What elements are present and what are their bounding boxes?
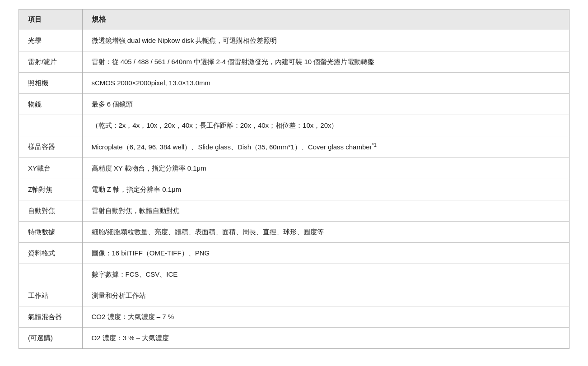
table-row: (可選購)O2 濃度：3 % – 大氣濃度 xyxy=(19,328,569,349)
row-value: CO2 濃度：大氣濃度 – 7 % xyxy=(82,306,569,328)
row-value: 數字數據：FCS、CSV、ICE xyxy=(82,264,569,285)
row-label: 氣體混合器 xyxy=(19,306,82,328)
row-label: XY載台 xyxy=(19,158,82,179)
row-value: 高精度 XY 載物台，指定分辨率 0.1μm xyxy=(82,158,569,179)
row-value: 細胞/細胞顆粒數量、亮度、體積、表面積、面積、周長、直徑、球形、圓度等 xyxy=(82,222,569,243)
row-label: 物鏡 xyxy=(19,94,82,115)
row-label: 自動對焦 xyxy=(19,200,82,222)
row-value: sCMOS 2000×2000pixel, 13.0×13.0mm xyxy=(82,73,569,94)
row-label: 工作站 xyxy=(19,285,82,306)
table-row: 樣品容器Microplate（6, 24, 96, 384 well）、Slid… xyxy=(19,136,569,158)
table-row: 氣體混合器CO2 濃度：大氣濃度 – 7 % xyxy=(19,306,569,328)
table-row: Z軸對焦電動 Z 軸，指定分辨率 0.1μm xyxy=(19,179,569,200)
table-row: 特徵數據細胞/細胞顆粒數量、亮度、體積、表面積、面積、周長、直徑、球形、圓度等 xyxy=(19,222,569,243)
row-value: 微透鏡增強 dual wide Nipkow disk 共軛焦，可選購相位差照明 xyxy=(82,30,569,51)
table-row: 物鏡最多 6 個鏡頭 xyxy=(19,94,569,115)
row-value: 電動 Z 軸，指定分辨率 0.1μm xyxy=(82,179,569,200)
row-value: 圖像：16 bitTIFF（OME-TIFF）、PNG xyxy=(82,243,569,264)
row-value: （乾式：2x，4x，10x，20x，40x；長工作距離：20x，40x；相位差：… xyxy=(82,115,569,136)
row-label: 光學 xyxy=(19,30,82,51)
table-row: 照相機sCMOS 2000×2000pixel, 13.0×13.0mm xyxy=(19,73,569,94)
row-value: 最多 6 個鏡頭 xyxy=(82,94,569,115)
row-value: Microplate（6, 24, 96, 384 well）、Slide gl… xyxy=(82,136,569,158)
specs-table: 項目 規格 光學微透鏡增強 dual wide Nipkow disk 共軛焦，… xyxy=(19,9,569,348)
superscript: *1 xyxy=(372,142,377,148)
row-label: 照相機 xyxy=(19,73,82,94)
row-label: 資料格式 xyxy=(19,243,82,264)
specs-table-container: 項目 規格 光學微透鏡增強 dual wide Nipkow disk 共軛焦，… xyxy=(19,9,569,349)
table-row: XY載台高精度 XY 載物台，指定分辨率 0.1μm xyxy=(19,158,569,179)
row-label xyxy=(19,115,82,136)
row-value: 雷射自動對焦，軟體自動對焦 xyxy=(82,200,569,222)
table-header-row: 項目 規格 xyxy=(19,9,569,30)
row-label: 特徵數據 xyxy=(19,222,82,243)
header-col2: 規格 xyxy=(82,9,569,30)
table-row: 雷射/濾片雷射：從 405 / 488 / 561 / 640nm 中選擇 2-… xyxy=(19,51,569,73)
row-value: 雷射：從 405 / 488 / 561 / 640nm 中選擇 2-4 個雷射… xyxy=(82,51,569,73)
row-label: Z軸對焦 xyxy=(19,179,82,200)
row-label: 雷射/濾片 xyxy=(19,51,82,73)
row-label xyxy=(19,264,82,285)
table-row: 自動對焦雷射自動對焦，軟體自動對焦 xyxy=(19,200,569,222)
row-label: (可選購) xyxy=(19,328,82,349)
table-row: 資料格式圖像：16 bitTIFF（OME-TIFF）、PNG xyxy=(19,243,569,264)
row-value: 測量和分析工作站 xyxy=(82,285,569,306)
header-col1: 項目 xyxy=(19,9,82,30)
table-row: 光學微透鏡增強 dual wide Nipkow disk 共軛焦，可選購相位差… xyxy=(19,30,569,51)
table-row: 數字數據：FCS、CSV、ICE xyxy=(19,264,569,285)
row-value: O2 濃度：3 % – 大氣濃度 xyxy=(82,328,569,349)
table-row: 工作站測量和分析工作站 xyxy=(19,285,569,306)
table-row: （乾式：2x，4x，10x，20x，40x；長工作距離：20x，40x；相位差：… xyxy=(19,115,569,136)
row-label: 樣品容器 xyxy=(19,136,82,158)
